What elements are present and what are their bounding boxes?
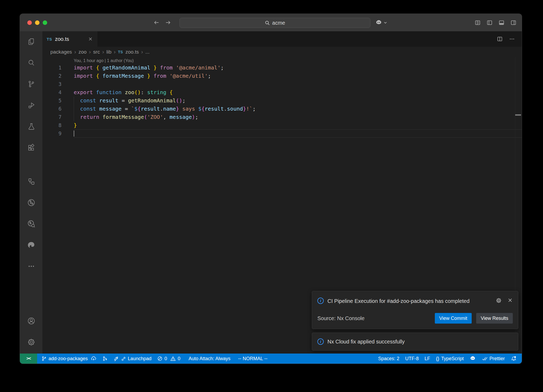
line-number: 3 xyxy=(42,80,62,88)
chevron-right-icon: › xyxy=(114,49,116,55)
code-line[interactable]: 2import { formatMessage } from '@acme/ut… xyxy=(42,72,522,80)
line-number: 5 xyxy=(42,97,62,105)
line-number: 1 xyxy=(42,64,62,72)
indentation-status-item[interactable]: Spaces: 2 xyxy=(375,354,402,364)
branch-status-item[interactable]: add-zoo-packages xyxy=(37,354,99,364)
notification-close-icon[interactable] xyxy=(507,298,513,303)
typescript-file-icon: TS xyxy=(118,50,123,54)
code-lines: 1import { getRandomAnimal } from '@acme/… xyxy=(42,64,522,138)
breadcrumb-file[interactable]: zoo.ts xyxy=(125,49,139,55)
breadcrumb-item[interactable]: src xyxy=(93,49,100,55)
code-line[interactable]: 3 xyxy=(42,80,522,88)
toggle-panel-icon[interactable] xyxy=(498,20,505,26)
testing-icon[interactable] xyxy=(25,120,38,133)
maximize-window-button[interactable] xyxy=(43,20,47,25)
vim-mode-status-item[interactable]: -- NORMAL -- xyxy=(233,354,270,364)
references-hierarchy-icon[interactable] xyxy=(25,175,38,188)
code-line[interactable]: 7 return formatMessage('ZOO', message); xyxy=(42,113,522,121)
breadcrumb-item[interactable]: lib xyxy=(106,49,111,55)
remote-icon: >< xyxy=(27,356,31,361)
nx-console-icon[interactable] xyxy=(25,196,38,209)
info-icon: i xyxy=(317,298,324,304)
copilot-status-item[interactable] xyxy=(467,354,479,364)
encoding-label: UTF-8 xyxy=(405,356,419,361)
code-editor[interactable]: You, 1 hour ago | 1 author (You) 1import… xyxy=(42,57,522,354)
view-commit-button[interactable]: View Commit xyxy=(435,313,472,324)
chevron-right-icon: › xyxy=(74,49,76,55)
search-value: acme xyxy=(272,20,285,26)
braces-icon: {} xyxy=(436,356,439,361)
customize-layout-icon[interactable] xyxy=(475,20,481,26)
formatter-label: Prettier xyxy=(489,356,505,361)
launchpad-status-item[interactable]: Launchpad xyxy=(111,354,154,364)
code-line[interactable]: 5 const result = getRandomAnimal(); xyxy=(42,97,522,105)
breadcrumb-item[interactable]: packages xyxy=(50,49,72,55)
copilot-menu[interactable] xyxy=(375,14,387,31)
source-control-graph-item[interactable] xyxy=(99,354,111,364)
encoding-status-item[interactable]: UTF-8 xyxy=(402,354,422,364)
text-cursor xyxy=(74,130,74,137)
search-view-icon[interactable] xyxy=(25,56,38,69)
tab-label: zoo.ts xyxy=(55,36,69,42)
cloud-upload-icon xyxy=(91,356,97,361)
code-text: const result = getRandomAnimal(); xyxy=(74,97,185,105)
current-line-highlight xyxy=(74,129,522,138)
more-views-icon[interactable] xyxy=(25,260,38,273)
notification-message: CI Pipeline Execution for #add-zoo-packa… xyxy=(327,297,487,306)
split-editor-icon[interactable] xyxy=(497,36,503,42)
tab-zoo-ts[interactable]: TS zoo.ts xyxy=(42,31,97,47)
language-status-item[interactable]: {} TypeScript xyxy=(433,354,467,364)
forward-icon[interactable] xyxy=(165,19,171,26)
close-tab-icon[interactable] xyxy=(88,37,93,41)
rocket-icon xyxy=(113,356,119,361)
branch-name: add-zoo-packages xyxy=(49,356,88,361)
problems-status-item[interactable]: 0 0 xyxy=(154,354,183,364)
explorer-icon[interactable] xyxy=(25,35,38,48)
chevron-right-icon: › xyxy=(141,49,143,55)
typescript-file-icon: TS xyxy=(47,37,52,41)
notification-nx-cloud: i Nx Cloud fix applied successfully xyxy=(312,333,518,351)
editor-actions xyxy=(497,31,522,47)
minimize-window-button[interactable] xyxy=(35,20,40,25)
breadcrumb-item[interactable]: zoo xyxy=(78,49,87,55)
notifications-bell-item[interactable] xyxy=(508,354,520,364)
notification-center: i CI Pipeline Execution for #add-zoo-pac… xyxy=(312,291,518,351)
close-window-button[interactable] xyxy=(27,20,32,25)
titlebar: acme xyxy=(20,14,522,31)
code-text: import { getRandomAnimal } from '@acme/a… xyxy=(74,64,224,72)
extensions-icon[interactable] xyxy=(25,141,38,154)
run-debug-icon[interactable] xyxy=(25,99,38,112)
breadcrumb-symbol-more[interactable]: ... xyxy=(145,49,150,55)
back-icon[interactable] xyxy=(153,19,160,26)
command-center-search[interactable]: acme xyxy=(179,18,370,28)
source-control-icon[interactable] xyxy=(25,78,38,90)
edge-devtools-icon[interactable] xyxy=(25,239,38,251)
auto-attach-label: Auto Attach: Always xyxy=(189,356,230,361)
code-line[interactable]: 6 const message = `${result.name} says $… xyxy=(42,105,522,113)
auto-attach-status-item[interactable]: Auto Attach: Always xyxy=(183,354,233,364)
chevron-right-icon: › xyxy=(89,49,91,55)
settings-gear-icon[interactable] xyxy=(25,336,38,349)
code-line[interactable]: 4export function zoo(): string { xyxy=(42,88,522,97)
code-line[interactable]: 8} xyxy=(42,121,522,129)
account-icon[interactable] xyxy=(25,315,38,327)
git-codelens[interactable]: You, 1 hour ago | 1 author (You) xyxy=(74,57,522,64)
view-results-button[interactable]: View Results xyxy=(476,313,513,324)
toggle-primary-sidebar-icon[interactable] xyxy=(487,20,493,26)
remote-indicator[interactable]: >< xyxy=(20,354,37,364)
history-nav xyxy=(153,14,171,31)
chevron-right-icon: › xyxy=(102,49,104,55)
desktop: acme xyxy=(0,0,543,392)
gitlens-inspect-icon[interactable] xyxy=(25,217,38,230)
notification-settings-gear-icon[interactable] xyxy=(496,298,502,303)
code-line[interactable]: 1import { getRandomAnimal } from '@acme/… xyxy=(42,64,522,72)
formatter-status-item[interactable]: Prettier xyxy=(479,354,508,364)
chevron-down-icon xyxy=(384,21,387,24)
search-icon xyxy=(265,20,270,25)
copilot-icon xyxy=(470,355,476,362)
more-actions-icon[interactable] xyxy=(509,36,515,42)
eol-status-item[interactable]: LF xyxy=(422,354,433,364)
info-icon: i xyxy=(317,338,324,345)
toggle-secondary-sidebar-icon[interactable] xyxy=(510,20,516,26)
notification-message: Nx Cloud fix applied successfully xyxy=(327,339,405,345)
